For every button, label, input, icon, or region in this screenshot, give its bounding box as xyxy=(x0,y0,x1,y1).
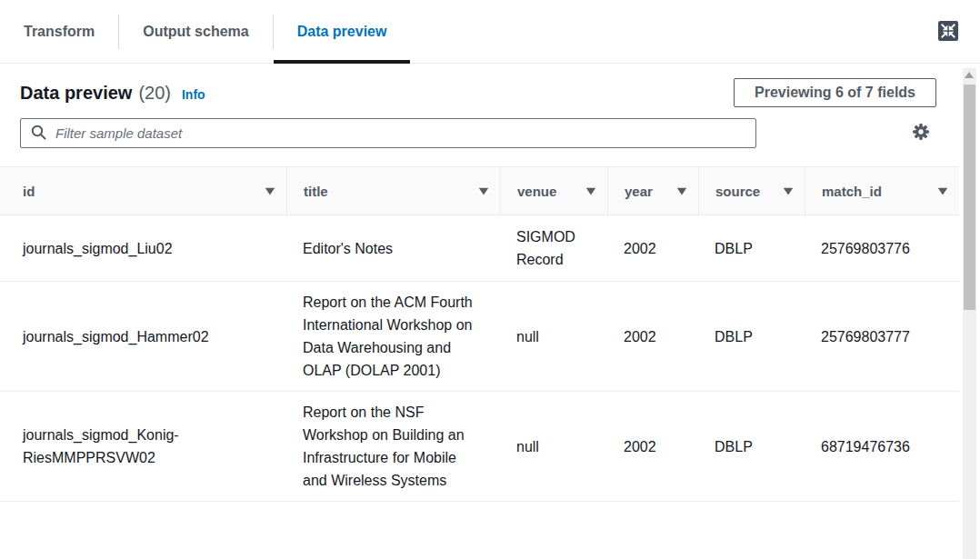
arrows-inward-icon xyxy=(938,21,958,41)
scrollbar-thumb[interactable] xyxy=(964,85,975,310)
cell-text: 2002 xyxy=(624,325,656,348)
column-filter-icon[interactable] xyxy=(265,187,275,195)
column-label: title xyxy=(304,183,328,200)
filter-sample-dataset-input[interactable] xyxy=(20,118,756,148)
cell-text: Report on the NSF Workshop on Building a… xyxy=(303,401,475,492)
tab-data-preview[interactable]: Data preview xyxy=(274,0,411,63)
expand-panel-icon[interactable] xyxy=(938,21,958,41)
cell-text: SIGMOD Record xyxy=(516,225,583,271)
column-filter-icon[interactable] xyxy=(585,187,596,195)
table-row: journals_sigmod_Konig-RiesMMPPRSVW02 Rep… xyxy=(0,392,959,502)
cell-id: journals_sigmod_Konig-RiesMMPPRSVW02 xyxy=(0,392,286,501)
cell-match-id: 25769803777 xyxy=(805,282,959,391)
cell-text: DBLP xyxy=(715,325,753,348)
cell-source: DBLP xyxy=(698,215,805,281)
filter-row xyxy=(20,118,960,148)
cell-id: journals_sigmod_Liu02 xyxy=(0,215,286,281)
tab-label: Transform xyxy=(24,24,95,40)
cell-text: journals_sigmod_Konig-RiesMMPPRSVW02 xyxy=(23,424,259,469)
cell-text: Editor's Notes xyxy=(303,237,393,260)
section-header: Data preview (20) Info Previewing 6 of 7… xyxy=(20,78,936,107)
cell-year: 2002 xyxy=(607,392,698,501)
column-header-match-id: match_id xyxy=(805,167,959,215)
table-row: journals_sigmod_Liu02 Editor's Notes SIG… xyxy=(0,215,959,282)
cell-text: 68719476736 xyxy=(821,435,910,458)
info-link[interactable]: Info xyxy=(182,87,205,102)
column-label: venue xyxy=(517,183,556,200)
cell-venue: SIGMOD Record xyxy=(500,215,607,281)
cell-venue: null xyxy=(500,392,607,501)
cell-source: DBLP xyxy=(698,282,805,391)
column-header-year: year xyxy=(607,167,698,215)
table-row: journals_sigmod_Hammer02 Report on the A… xyxy=(0,282,959,392)
page-title: Data preview xyxy=(20,83,132,104)
cell-title: Report on the ACM Fourth International W… xyxy=(286,282,500,391)
column-label: year xyxy=(625,183,653,200)
cell-title: Report on the NSF Workshop on Building a… xyxy=(286,392,500,501)
cell-text: DBLP xyxy=(715,435,753,458)
cell-title: Editor's Notes xyxy=(286,215,500,281)
tab-output-schema[interactable]: Output schema xyxy=(119,0,272,63)
cell-source: DBLP xyxy=(698,392,805,501)
column-label: source xyxy=(715,183,760,200)
cell-match-id: 25769803776 xyxy=(805,215,959,281)
scrollbar-up-arrow-icon[interactable] xyxy=(965,72,974,78)
previewing-fields-button[interactable]: Previewing 6 of 7 fields xyxy=(734,78,936,107)
cell-text: Report on the ACM Fourth International W… xyxy=(303,291,475,382)
column-header-source: source xyxy=(698,167,805,215)
column-filter-icon[interactable] xyxy=(937,187,948,195)
column-filter-icon[interactable] xyxy=(676,187,687,195)
row-count-badge: (20) xyxy=(138,83,171,104)
cell-text: 2002 xyxy=(624,237,656,260)
tab-transform[interactable]: Transform xyxy=(0,0,118,63)
column-filter-icon[interactable] xyxy=(478,187,489,195)
cell-text: journals_sigmod_Liu02 xyxy=(23,237,173,260)
data-preview-table: id title venue year source xyxy=(0,166,959,502)
cell-text: 2002 xyxy=(624,435,656,458)
tab-label: Output schema xyxy=(143,24,248,40)
cell-venue: null xyxy=(500,282,607,391)
cell-text: null xyxy=(516,325,539,348)
column-label: match_id xyxy=(822,183,882,200)
cell-match-id: 68719476736 xyxy=(805,392,959,501)
column-header-title: title xyxy=(286,167,500,215)
tab-bar: Transform Output schema Data preview xyxy=(0,0,980,64)
cell-text: null xyxy=(516,435,539,458)
cell-year: 2002 xyxy=(607,215,698,281)
cell-text: DBLP xyxy=(715,237,753,260)
cell-year: 2002 xyxy=(607,282,698,391)
column-filter-icon[interactable] xyxy=(783,187,794,195)
cell-text: journals_sigmod_Hammer02 xyxy=(23,325,209,348)
table-header-row: id title venue year source xyxy=(0,167,959,215)
column-label: id xyxy=(23,183,35,200)
table-preferences-gear-icon[interactable] xyxy=(912,123,930,141)
cell-text: 25769803776 xyxy=(821,237,910,260)
column-header-id: id xyxy=(0,167,286,215)
vertical-scrollbar[interactable] xyxy=(963,68,976,559)
column-header-venue: venue xyxy=(500,167,607,215)
tab-label: Data preview xyxy=(297,24,387,40)
title-group: Data preview (20) Info xyxy=(20,83,734,104)
cell-id: journals_sigmod_Hammer02 xyxy=(0,282,286,391)
cell-text: 25769803777 xyxy=(821,325,910,348)
